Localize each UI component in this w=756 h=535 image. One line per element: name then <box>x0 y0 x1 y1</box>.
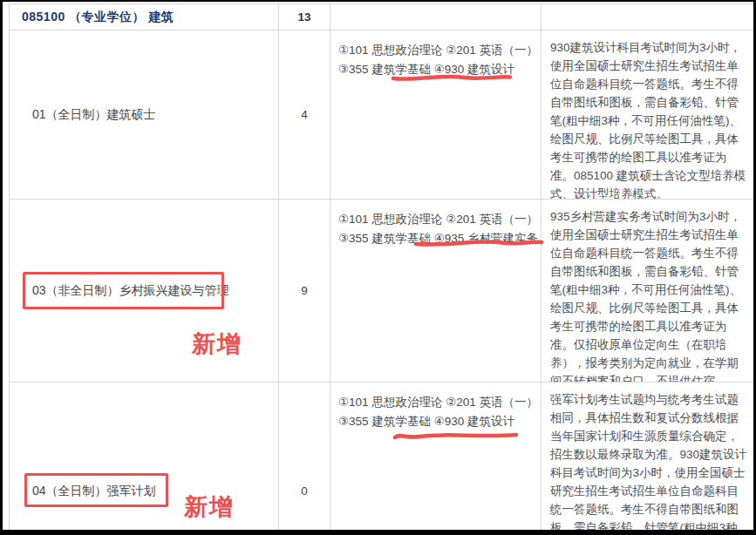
program-cell: 03（非全日制）乡村振兴建设与管理 <box>10 200 279 383</box>
exam-subjects-cell: ①101 思想政治理论 ②201 英语（一） ③355 建筑学基础 ④930 建… <box>330 383 541 530</box>
exam-subjects-cell: ①101 思想政治理论 ②201 英语（一） ③355 建筑学基础 ④930 建… <box>330 30 541 200</box>
enrollment-count-cell: 13 <box>279 4 330 30</box>
exam-subjects-line: ③355 建筑学基础 ④930 建筑设计 <box>338 60 537 79</box>
enrollment-count-cell: 4 <box>279 30 330 200</box>
table-row: 03（非全日制）乡村振兴建设与管理 9 ①101 思想政治理论 ②201 英语（… <box>10 200 753 383</box>
exam-subjects-line: ③355 建筑学基础 ④930 建筑设计 <box>338 412 537 431</box>
admissions-table-page: 085100 （专业学位） 建筑 13 01（全日制）建筑硕士 4 ①101 思… <box>3 2 753 530</box>
exam-subjects-line: ③355 建筑学基础 ④935 乡村营建实务 <box>338 229 537 248</box>
remarks-cell: 930建筑设计科目考试时间为3小时，使用全国硕士研究生招生考试招生单位自命题科目… <box>541 30 753 200</box>
exam-subjects-cell <box>330 4 541 30</box>
table-row: 01（全日制）建筑硕士 4 ①101 思想政治理论 ②201 英语（一） ③35… <box>10 30 753 200</box>
exam-subjects-line: ①101 思想政治理论 ②201 英语（一） <box>338 41 537 60</box>
enrollment-count-cell: 0 <box>279 383 330 530</box>
exam-subjects-line: ①101 思想政治理论 ②201 英语（一） <box>338 210 537 229</box>
exam-subjects-line: ①101 思想政治理论 ②201 英语（一） <box>338 393 537 412</box>
enrollment-count-cell: 9 <box>279 200 330 383</box>
table-row-summary: 085100 （专业学位） 建筑 13 <box>10 4 753 30</box>
remarks-cell: 935乡村营建实务考试时间为3小时，使用全国硕士研究生招生考试招生单位自命题科目… <box>541 200 753 383</box>
program-cell: 04（全日制）强军计划 <box>10 383 279 530</box>
remarks-cell <box>541 4 753 30</box>
remarks-cell: 强军计划考生试题均与统考考生试题相同，具体招生数和复试分数线根据当年国家计划和生… <box>541 383 753 530</box>
exam-subjects-cell: ①101 思想政治理论 ②201 英语（一） ③355 建筑学基础 ④935 乡… <box>330 200 541 383</box>
admissions-table: 085100 （专业学位） 建筑 13 01（全日制）建筑硕士 4 ①101 思… <box>9 3 753 530</box>
table-row: 04（全日制）强军计划 0 ①101 思想政治理论 ②201 英语（一） ③35… <box>10 383 753 530</box>
program-cell: 085100 （专业学位） 建筑 <box>10 4 279 30</box>
program-cell: 01（全日制）建筑硕士 <box>10 30 279 200</box>
